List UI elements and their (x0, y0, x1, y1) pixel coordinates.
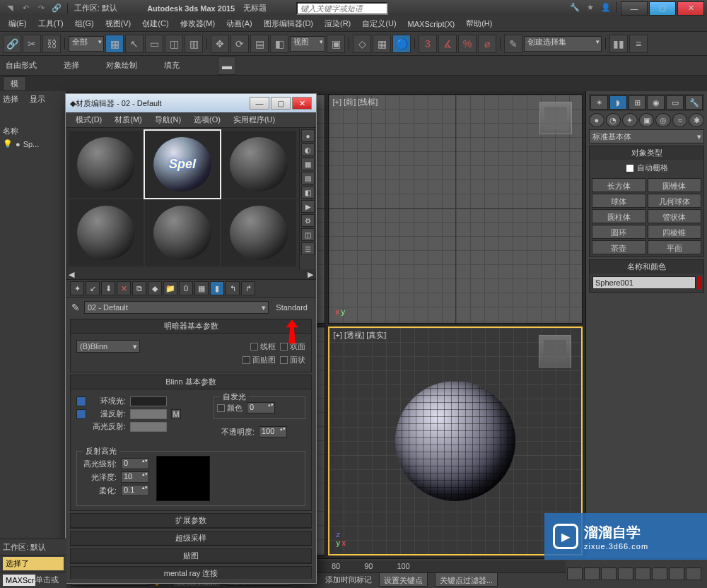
material-slot[interactable] (69, 131, 144, 198)
menu-animation[interactable]: 动画(A) (222, 17, 257, 30)
mentalray-rollout[interactable]: mental ray 连接 (71, 567, 311, 579)
select-by-mat-icon[interactable]: ◫ (301, 228, 315, 241)
ambient-swatch[interactable] (130, 396, 167, 406)
me-menu-options[interactable]: 选项(O) (188, 113, 226, 127)
named-selection-dropdown[interactable]: 创建选择集 (524, 36, 602, 52)
gloss-spinner[interactable]: 10 (121, 471, 149, 483)
nav-fov-icon[interactable] (652, 568, 667, 580)
menu-view[interactable]: 视图(V) (101, 17, 136, 30)
menu-customize[interactable]: 自定义(U) (358, 17, 400, 30)
selection-filter-dropdown[interactable]: 全部 (69, 36, 104, 52)
reset-map-icon[interactable]: ✕ (117, 281, 131, 295)
me-menu-navigate[interactable]: 导航(N) (149, 113, 187, 127)
material-slot[interactable] (69, 199, 144, 266)
background-icon[interactable]: ▦ (301, 158, 315, 170)
angle-snap-icon[interactable]: 🔵 (392, 35, 411, 53)
scene-tab[interactable]: 模 (3, 76, 26, 91)
me-close-button[interactable]: ✕ (292, 97, 312, 110)
workspace-status[interactable]: 工作区: 默认 (3, 542, 46, 553)
nav-pan-icon[interactable] (567, 568, 583, 580)
me-maximize-button[interactable]: ▢ (271, 97, 291, 110)
material-type-button[interactable]: Standard (273, 303, 310, 312)
selection-lock-icon[interactable]: ◇ (353, 35, 371, 53)
options-icon[interactable]: ⚙ (301, 214, 315, 227)
scene-explorer-select[interactable]: 选择 (3, 94, 18, 105)
ribbon-collapse-icon[interactable]: ▬ (218, 57, 236, 75)
setkey-button[interactable]: 设置关键点 (379, 572, 428, 587)
prim-cone[interactable]: 圆锥体 (648, 178, 702, 192)
scene-item[interactable]: 💡 ● Sp... (3, 139, 64, 148)
prim-plane[interactable]: 平面 (648, 240, 702, 254)
nav-min-icon[interactable] (686, 568, 701, 580)
go-parent-icon[interactable]: ↰ (226, 281, 240, 295)
wire-checkbox[interactable]: 线框 (250, 341, 276, 352)
object-name-input[interactable] (592, 276, 696, 289)
redo-icon[interactable]: ↷ (34, 2, 48, 15)
supersampling-rollout[interactable]: 超级采样 (71, 531, 311, 546)
scroll-right-icon[interactable]: ▶ (308, 270, 313, 279)
workspace-dropdown[interactable]: 工作区: 默认 (74, 3, 117, 13)
search-input[interactable] (296, 2, 388, 15)
menu-help[interactable]: 帮助(H) (462, 17, 496, 30)
select-region-icon[interactable]: ◫ (165, 35, 183, 53)
prim-cylinder[interactable]: 圆柱体 (592, 209, 646, 223)
facemap-checkbox[interactable]: 面贴图 (243, 355, 276, 365)
viewport-front[interactable]: [+] [前] [线框] x y (328, 94, 583, 324)
diffuse-lock-icon[interactable] (76, 409, 86, 419)
me-menu-mode[interactable]: 模式(D) (70, 113, 107, 127)
viewcube-icon[interactable] (539, 102, 572, 134)
maps-rollout[interactable]: 贴图 (71, 549, 311, 563)
faceted-checkbox[interactable]: 面状 (280, 355, 305, 365)
material-name-dropdown[interactable]: 02 - Default (84, 301, 269, 314)
prim-tube[interactable]: 管状体 (648, 209, 702, 223)
soften-spinner[interactable]: 0.1 (121, 485, 149, 496)
rotate-tool-icon[interactable]: ⟳ (230, 35, 249, 53)
diffuse-map-button[interactable]: M (171, 409, 181, 419)
close-button[interactable]: ✕ (677, 1, 704, 16)
blinn-params-title[interactable]: Blinn 基本参数 (71, 375, 311, 389)
window-crossing-icon[interactable]: ▥ (185, 35, 203, 53)
shader-dropdown[interactable]: (B)Blinn (76, 340, 140, 353)
shader-params-title[interactable]: 明暗器基本参数 (71, 319, 311, 334)
ribbon-populate[interactable]: 填充 (161, 59, 182, 72)
select-name-icon[interactable]: ▭ (145, 35, 163, 53)
shapes-cat-icon[interactable]: ◔ (606, 113, 621, 127)
link-icon[interactable]: 🔗 (49, 2, 64, 15)
backlight-icon[interactable]: ◐ (301, 143, 315, 156)
prim-sphere[interactable]: 球体 (592, 194, 646, 208)
specular-swatch[interactable] (130, 422, 167, 432)
lights-cat-icon[interactable]: ✦ (622, 113, 638, 127)
autogrid-checkbox[interactable]: 自动栅格 (590, 160, 703, 176)
video-check-icon[interactable]: ◧ (301, 186, 315, 199)
named-sel-edit-icon[interactable]: ✎ (504, 35, 522, 53)
go-sibling-icon[interactable]: ↱ (241, 281, 255, 295)
menu-create[interactable]: 创建(C) (138, 17, 173, 30)
sample-type-icon[interactable]: ● (301, 129, 315, 142)
menu-render[interactable]: 渲染(R) (320, 17, 355, 30)
me-menu-material[interactable]: 材质(M) (109, 113, 148, 127)
create-tab-icon[interactable]: ✶ (590, 95, 608, 110)
scene-explorer-display[interactable]: 显示 (30, 94, 45, 105)
eyedropper-icon[interactable]: ✎ (71, 302, 80, 313)
geometry-cat-icon[interactable]: ● (589, 113, 604, 127)
ribbon-objpaint[interactable]: 对象绘制 (103, 59, 140, 72)
put-to-library-icon[interactable]: 📁 (163, 281, 177, 295)
nav-orbit-icon[interactable] (601, 568, 617, 580)
select-tool-icon[interactable]: ▦ (105, 35, 124, 53)
minimize-button[interactable]: — (621, 1, 648, 16)
motion-tab-icon[interactable]: ◉ (647, 95, 665, 110)
selfillum-spinner[interactable]: 0 (247, 402, 275, 413)
nav-maximize-icon[interactable] (618, 568, 633, 580)
menu-tools[interactable]: 工具(T) (34, 17, 68, 30)
prim-teapot[interactable]: 茶壶 (592, 240, 646, 254)
material-slot-selected[interactable] (145, 131, 220, 198)
display-tab-icon[interactable]: ▭ (666, 95, 684, 110)
prim-torus[interactable]: 圆环 (592, 225, 646, 239)
material-slot[interactable] (145, 199, 220, 266)
sample-uv-icon[interactable]: ▤ (301, 172, 315, 184)
snap-percent-icon[interactable]: % (458, 35, 477, 53)
menu-modifiers[interactable]: 修改器(M) (176, 17, 220, 30)
select-arrow-icon[interactable]: ↖ (125, 35, 144, 53)
nav-zoom-icon[interactable] (584, 568, 600, 580)
prim-pyramid[interactable]: 四棱锥 (648, 225, 702, 239)
